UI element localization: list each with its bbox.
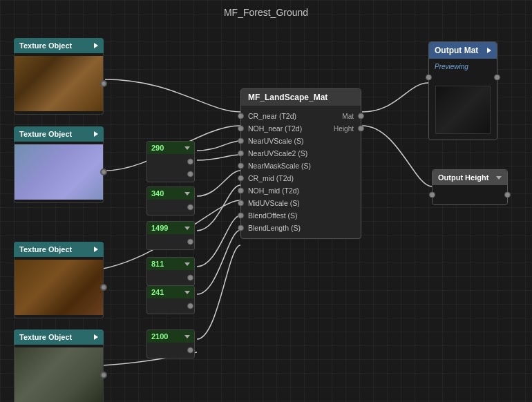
v241-out[interactable] [187, 303, 193, 309]
output-mat-preview [435, 86, 491, 134]
value-node-290: 290 [146, 141, 195, 182]
mf-row-noh-near: NOH_near (T2d) Height [241, 122, 361, 135]
texture-node-2-header[interactable]: Texture Object [14, 126, 104, 142]
v290-out1[interactable] [187, 159, 193, 165]
texture-node-1-label: Texture Object [19, 41, 72, 50]
output-mat-body: Previewing [429, 59, 497, 140]
value-241: 241 [151, 288, 164, 296]
expand-icon-2 [94, 131, 98, 137]
mf-row-blendoffest: BlendOffest (S) [241, 209, 361, 222]
output-mat-label: Output Mat [435, 46, 478, 55]
output-height-node: Output Height [432, 169, 508, 205]
value-node-340: 340 [146, 186, 195, 216]
value-811: 811 [151, 260, 164, 268]
value-node-811: 811 [146, 257, 195, 286]
value-node-1499-header[interactable]: 1499 [147, 222, 194, 234]
output-height-input[interactable] [429, 192, 435, 198]
output-mat-input[interactable] [426, 75, 432, 81]
expand-icon-3 [94, 247, 98, 252]
mf-node-body: CR_near (T2d) Mat NOH_near (T2d) Height … [241, 106, 361, 238]
mf-row-cr-mid: CR_mid (T2d) [241, 172, 361, 184]
tex4-output-connector[interactable] [100, 372, 107, 379]
mf-node-header[interactable]: MF_LandScape_Mat [241, 89, 361, 106]
expand-icon-4 [94, 334, 98, 340]
output-mat-header[interactable]: Output Mat [429, 42, 497, 59]
output-height-out[interactable] [504, 192, 511, 198]
value-2100: 2100 [151, 332, 168, 341]
tex2-output-connector[interactable] [100, 169, 107, 175]
value-node-1499: 1499 [146, 221, 195, 250]
v2100-out[interactable] [187, 347, 193, 354]
mf-node-label: MF_LandScape_Mat [248, 93, 327, 102]
page-title: MF_Forest_Ground [224, 7, 308, 18]
mf-row-cr-near: CR_near (T2d) Mat [241, 110, 361, 122]
chevron-340 [184, 192, 190, 195]
output-mat-out[interactable] [494, 75, 500, 81]
mf-row-blendlength: BlendLength (S) [241, 222, 361, 234]
cr-near-input[interactable] [238, 113, 244, 119]
texture-node-4-header[interactable]: Texture Object [14, 329, 104, 345]
texture-node-4: Texture Object [14, 329, 104, 402]
blendlength-input[interactable] [238, 225, 244, 231]
value-node-290-header[interactable]: 290 [147, 142, 194, 154]
noh-mid-input[interactable] [238, 188, 244, 194]
v811-out[interactable] [187, 275, 193, 281]
v340-out[interactable] [187, 204, 193, 211]
output-mat-expand [487, 48, 491, 53]
texture-node-1-header[interactable]: Texture Object [14, 38, 104, 53]
mf-row-nearmaskscale: NearMaskScale (S) [241, 160, 361, 172]
mat-output[interactable] [358, 113, 364, 119]
output-height-chevron [496, 176, 502, 180]
texture-preview-3 [15, 260, 103, 315]
blendoffest-input[interactable] [238, 213, 244, 219]
nearmaskscale-input[interactable] [238, 163, 244, 169]
output-height-label: Output Height [438, 173, 488, 182]
chevron-1499 [184, 227, 190, 230]
value-290: 290 [151, 144, 164, 152]
previewing-text: Previewing [429, 61, 497, 72]
value-1499: 1499 [151, 224, 168, 232]
output-mat-node: Output Mat Previewing [428, 41, 497, 140]
value-node-2100-header[interactable]: 2100 [147, 330, 194, 343]
expand-icon-1 [94, 43, 98, 48]
chevron-290 [184, 146, 190, 150]
nearuvscale-input[interactable] [238, 138, 244, 144]
texture-node-3: Texture Object [14, 242, 104, 318]
texture-node-2-label: Texture Object [19, 130, 72, 138]
chevron-241 [184, 291, 190, 294]
texture-node-4-label: Texture Object [19, 333, 72, 341]
texture-node-3-header[interactable]: Texture Object [14, 242, 104, 257]
mf-row-nearuvscale: NearUVScale (S) [241, 135, 361, 147]
value-node-241-header[interactable]: 241 [147, 286, 194, 298]
texture-preview-1 [15, 56, 103, 111]
nearuvscale2-input[interactable] [238, 151, 244, 157]
texture-node-1: Texture Object [14, 38, 104, 115]
v290-out2[interactable] [187, 171, 193, 178]
chevron-2100 [184, 335, 190, 338]
texture-preview-2 [15, 144, 103, 200]
value-node-241: 241 [146, 285, 195, 314]
value-node-811-header[interactable]: 811 [147, 258, 194, 270]
noh-near-input[interactable] [238, 126, 244, 132]
output-height-header[interactable]: Output Height [433, 170, 507, 185]
tex1-output-connector[interactable] [100, 80, 107, 87]
cr-mid-input[interactable] [238, 175, 244, 182]
mf-row-miduvscale: MidUVScale (S) [241, 197, 361, 209]
chevron-811 [184, 262, 190, 266]
mf-row-nearuvscale2: NearUVScale2 (S) [241, 147, 361, 160]
mf-landscape-mat-node: MF_LandScape_Mat CR_near (T2d) Mat NOH_n… [240, 88, 361, 239]
output-height-body [433, 185, 507, 204]
texture-node-2: Texture Object [14, 126, 104, 203]
value-node-340-header[interactable]: 340 [147, 187, 194, 200]
value-node-2100: 2100 [146, 329, 195, 358]
v1499-out[interactable] [187, 239, 193, 245]
texture-preview-4 [15, 347, 103, 402]
mf-row-noh-mid: NOH_mid (T2d) [241, 184, 361, 197]
texture-node-3-label: Texture Object [19, 245, 72, 253]
tex3-output-connector[interactable] [100, 284, 107, 291]
miduvscale-input[interactable] [238, 200, 244, 207]
height-output[interactable] [358, 126, 364, 132]
value-340: 340 [151, 189, 164, 198]
